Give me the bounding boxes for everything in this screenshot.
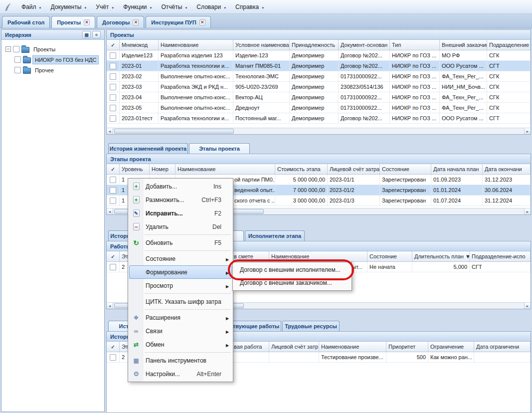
menubar-item[interactable]: Документы	[46, 1, 91, 12]
column-header[interactable]: Ограничение	[428, 342, 474, 352]
row-checkbox[interactable]	[110, 84, 116, 90]
tree-item[interactable]: Проекты	[3, 44, 102, 54]
menu-item[interactable]: Размножить...Ctrl+F3	[129, 193, 232, 206]
menu-item[interactable]: ЦИТК. Указать шифр затрат...	[129, 295, 232, 308]
menubar-item[interactable]: Справка	[231, 1, 269, 12]
collapse-panel-icon[interactable]	[92, 31, 101, 38]
menubar-item[interactable]: Файл	[17, 1, 46, 12]
row-checkbox[interactable]	[110, 105, 116, 111]
menubar-item[interactable]: Функции	[119, 1, 157, 12]
horizontal-scrollbar[interactable]	[107, 128, 531, 134]
menu-item[interactable]: Формирование	[129, 265, 232, 279]
menubar-item[interactable]: Словари	[192, 1, 231, 12]
scroll-right-icon[interactable]	[524, 303, 531, 309]
column-header[interactable]: Номер	[150, 164, 176, 174]
panel-options-icon[interactable]	[82, 31, 91, 38]
column-header[interactable]: Документ-основан	[339, 40, 390, 50]
menu-item[interactable]: Обмен	[129, 338, 232, 351]
tree-checkbox[interactable]	[14, 56, 21, 63]
menu-item[interactable]: Добавить...Ins	[129, 180, 232, 193]
menu-item[interactable]: Просмотр	[129, 279, 232, 292]
column-header[interactable]: Стоимость этапа	[275, 164, 328, 174]
tree-checkbox[interactable]	[14, 67, 21, 73]
row-checkbox[interactable]	[110, 115, 116, 122]
column-header[interactable]: Дата ограничени	[474, 342, 531, 352]
row-checkbox[interactable]	[110, 73, 116, 80]
document-tab[interactable]: Инструкции ПУП	[146, 16, 210, 28]
submenu-item[interactable]: Договор с внешним исполнителем...	[234, 263, 351, 276]
row-checkbox[interactable]	[110, 63, 116, 69]
menubar-item[interactable]: Отчёты	[157, 1, 192, 12]
menu-item[interactable]: ОбновитьF5	[129, 236, 232, 249]
menu-item[interactable]: Панель инструментов	[129, 354, 232, 367]
select-all-header[interactable]	[107, 342, 120, 352]
column-header[interactable]: Длительность план ▼	[412, 251, 470, 261]
table-row[interactable]: 2023-02Выполнение опытно-конс...Технолог…	[107, 71, 531, 82]
row-checkbox[interactable]	[110, 264, 116, 270]
table-row[interactable]: 2023-05Выполнение опытно-конс...Дредноут…	[107, 103, 531, 113]
menubar-item[interactable]: Учёт	[91, 1, 119, 12]
column-header[interactable]: Внешний заказчик	[440, 40, 487, 50]
menu-item[interactable]: Связи	[129, 324, 232, 338]
tree-checkbox[interactable]	[13, 46, 19, 52]
column-header[interactable]: Лицевой счёт затр	[269, 342, 319, 352]
scroll-left-icon[interactable]	[107, 303, 113, 309]
scroll-right-icon[interactable]	[524, 208, 531, 214]
column-header[interactable]: Приоритет	[386, 342, 428, 352]
scroll-left-icon[interactable]	[107, 208, 113, 214]
table-row[interactable]: 2023-01Разработка технологии и...Магнит …	[107, 61, 531, 71]
column-header[interactable]: Наименование	[176, 164, 275, 174]
column-header[interactable]: Состояние	[380, 164, 431, 174]
column-header[interactable]: Принадлежность	[290, 40, 339, 50]
tree-item[interactable]: Прочее	[3, 65, 102, 75]
document-tab[interactable]: Договоры	[97, 16, 144, 28]
document-tab[interactable]: Проекты	[51, 16, 95, 28]
column-header[interactable]: Мнемокод	[120, 40, 159, 50]
select-all-header[interactable]	[107, 251, 120, 261]
tree-expander-icon[interactable]	[5, 46, 11, 52]
menu-item[interactable]: Состояние	[129, 252, 232, 265]
menu-item[interactable]: Настройки...Alt+Enter	[129, 367, 232, 381]
column-header[interactable]: Подразделение-испо	[470, 251, 531, 261]
row-checkbox[interactable]	[110, 187, 116, 194]
select-all-header[interactable]	[107, 164, 120, 174]
table-row[interactable]: 2023-03Разработка ЭКД и РКД н...905-U020…	[107, 82, 531, 92]
row-checkbox[interactable]	[110, 94, 116, 101]
menu-item[interactable]: Исправить...F2	[129, 206, 232, 220]
table-row[interactable]: 2023-01тестРазработка технологии и...Пос…	[107, 113, 531, 124]
close-icon[interactable]	[84, 19, 90, 25]
scroll-thumb[interactable]	[114, 129, 234, 134]
column-header[interactable]: Лицевой счёт затрат	[328, 164, 380, 174]
table-row[interactable]: 2023-04Выполнение опытно-конс...Вектор-А…	[107, 92, 531, 103]
select-all-header[interactable]	[107, 40, 120, 50]
scroll-left-icon[interactable]	[107, 128, 113, 134]
close-icon[interactable]	[199, 19, 205, 25]
tree-item[interactable]: НИОКР по ГОЗ без НДС	[3, 54, 102, 65]
submenu-item[interactable]: Договор с внешним заказчиком...	[234, 276, 351, 289]
document-tab[interactable]: Рабочий стол	[2, 16, 50, 28]
row-checkbox[interactable]	[110, 354, 116, 361]
column-header[interactable]: Состояние	[367, 251, 412, 261]
column-header[interactable]: Тип	[390, 40, 440, 50]
row-checkbox[interactable]	[110, 198, 116, 204]
column-header[interactable]: в смете	[232, 251, 269, 261]
section-tab[interactable]: Этапы проекта	[189, 143, 250, 154]
column-header[interactable]: Дата окончани	[483, 164, 531, 174]
column-header[interactable]: Дата начала план	[431, 164, 483, 174]
column-header[interactable]: Наименование	[159, 40, 233, 50]
section-tab[interactable]: Трудовые ресурсы	[282, 321, 340, 331]
column-header[interactable]: Наименование	[319, 342, 386, 352]
column-header[interactable]: вая работа	[232, 342, 269, 352]
column-header[interactable]: Условное наименова	[233, 40, 290, 50]
column-header[interactable]: Наименование	[269, 251, 367, 261]
menu-item[interactable]: УдалитьDel	[129, 220, 232, 233]
section-tab[interactable]: История изменений проекта	[108, 143, 188, 154]
section-tab[interactable]: Исполнители этапа	[245, 230, 305, 241]
menu-item[interactable]: Расширения	[129, 311, 232, 324]
table-row[interactable]: Изделие123Разработка изделия 123Изделие-…	[107, 50, 531, 61]
scroll-right-icon[interactable]	[524, 128, 531, 134]
column-header[interactable]: Уровень	[120, 164, 150, 174]
row-checkbox[interactable]	[110, 177, 116, 183]
close-icon[interactable]	[133, 19, 139, 25]
row-checkbox[interactable]	[110, 52, 116, 59]
